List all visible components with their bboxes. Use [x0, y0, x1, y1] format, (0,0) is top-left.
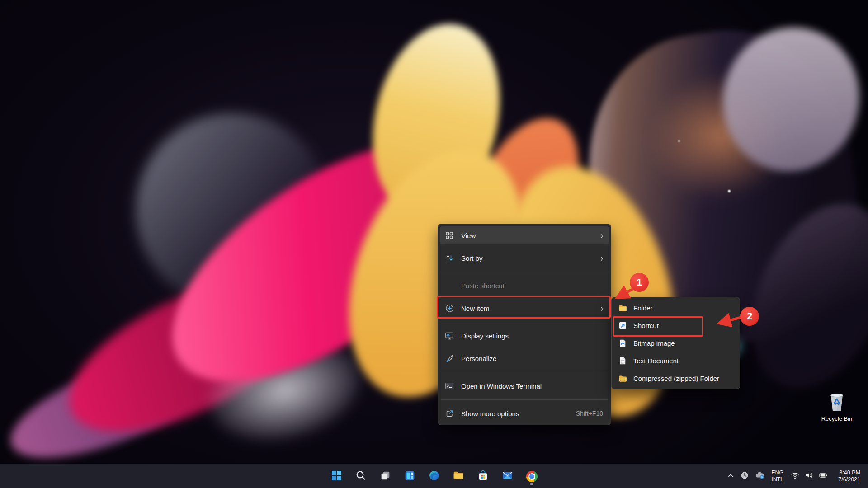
search-icon [355, 470, 366, 483]
volume-icon [805, 472, 813, 481]
widgets-icon [404, 470, 415, 483]
wallpaper-sparkle [678, 140, 680, 142]
system-indicators-button[interactable] [787, 467, 831, 485]
menu-item-new-item[interactable]: New item › [440, 299, 609, 317]
widgets-button[interactable] [401, 467, 419, 485]
recycle-bin[interactable]: Recycle Bin [816, 391, 857, 422]
menu-item-paste-shortcut: Paste shortcut [440, 277, 609, 295]
chevron-right-icon: › [600, 303, 603, 314]
language-line-2: INTL [771, 476, 783, 483]
chevron-up-icon [727, 472, 734, 481]
submenu-item-label: Bitmap image [633, 339, 733, 347]
recycle-bin-icon [827, 391, 846, 414]
tray-time: 3:40 PM [838, 469, 860, 476]
chrome-icon [526, 471, 538, 482]
file-explorer-icon [453, 469, 464, 483]
windows-start-icon [331, 470, 342, 483]
clock-tray-icon [741, 471, 749, 481]
language-line-1: ENG [771, 469, 783, 476]
language-indicator[interactable]: ENG INTL [768, 467, 787, 485]
menu-item-label: Paste shortcut [461, 282, 603, 290]
menu-item-display-settings[interactable]: Display settings [440, 327, 609, 345]
onedrive-cloud-icon [755, 471, 765, 481]
task-view-button[interactable] [376, 467, 394, 485]
menu-item-view[interactable]: View › [440, 226, 609, 244]
menu-separator [441, 399, 608, 400]
submenu-item-compressed-folder[interactable]: Compressed (zipped) Folder [613, 370, 738, 387]
menu-item-sort-by[interactable]: Sort by › [440, 249, 609, 267]
edge-button[interactable] [425, 467, 443, 485]
desktop-context-menu: View › Sort by › Paste shortcut New item… [438, 224, 611, 425]
start-button[interactable] [327, 467, 345, 485]
windows-11-desktop: { "colors": { "annotation_red": "#e6382e… [0, 0, 868, 488]
mail-button[interactable] [498, 467, 516, 485]
menu-item-label: New item [461, 305, 600, 312]
search-button[interactable] [352, 467, 370, 485]
menu-separator [441, 372, 608, 372]
submenu-item-shortcut[interactable]: Shortcut [613, 317, 738, 334]
menu-item-label: Open in Windows Terminal [461, 382, 603, 390]
taskbar-tray: ENG INTL [724, 464, 865, 488]
wallpaper-sparkle [728, 190, 731, 192]
expand-icon [445, 409, 454, 418]
menu-item-label: Sort by [461, 254, 600, 262]
chevron-right-icon: › [600, 253, 603, 263]
mail-icon [502, 470, 513, 483]
edge-icon [429, 470, 440, 483]
tray-date: 7/6/2021 [838, 476, 860, 483]
file-explorer-button[interactable] [449, 467, 467, 485]
submenu-item-folder[interactable]: Folder [613, 299, 738, 317]
menu-item-label: Display settings [461, 332, 603, 340]
menu-item-show-more-options[interactable]: Show more options Shift+F10 [440, 404, 609, 422]
task-view-icon [380, 470, 391, 483]
folder-icon [618, 304, 627, 312]
submenu-item-bitmap-image[interactable]: Bitmap image [613, 334, 738, 352]
menu-separator [441, 272, 608, 272]
menu-item-label: View [461, 232, 600, 239]
display-icon [445, 331, 454, 340]
desktop-wallpaper[interactable] [0, 0, 868, 488]
bitmap-icon [618, 339, 627, 347]
submenu-item-label: Text Document [633, 357, 733, 365]
menu-item-open-windows-terminal[interactable]: Open in Windows Terminal [440, 377, 609, 395]
wifi-icon [791, 472, 799, 481]
microsoft-store-icon [477, 470, 489, 483]
plus-circle-icon [445, 304, 454, 313]
chrome-running-indicator [530, 483, 533, 485]
hidden-icons-button[interactable] [724, 467, 737, 485]
new-item-submenu: Folder Shortcut Bitmap image [611, 297, 740, 389]
taskbar-center-icons [327, 464, 541, 488]
recycle-bin-label: Recycle Bin [821, 415, 853, 422]
onedrive-tray-button[interactable] [752, 467, 768, 485]
submenu-item-label: Folder [633, 304, 733, 312]
text-document-icon [618, 357, 627, 365]
battery-icon [819, 472, 827, 480]
terminal-icon [445, 381, 454, 390]
menu-item-label: Show more options [461, 410, 576, 418]
paintbrush-icon [445, 354, 454, 363]
menu-separator [441, 322, 608, 322]
menu-item-label: Personalize [461, 355, 603, 362]
menu-item-personalize[interactable]: Personalize [440, 349, 609, 367]
submenu-item-label: Shortcut [633, 322, 733, 329]
grid-view-icon [445, 231, 454, 240]
sort-icon [445, 253, 454, 263]
blank-icon-spacer [445, 281, 454, 290]
tray-clock-app-button[interactable] [737, 467, 752, 485]
shortcut-icon [618, 321, 627, 330]
chevron-right-icon: › [600, 230, 603, 241]
taskbar: ENG INTL [0, 464, 868, 488]
chrome-button[interactable] [523, 467, 541, 485]
submenu-item-label: Compressed (zipped) Folder [633, 375, 733, 382]
microsoft-store-button[interactable] [474, 467, 492, 485]
clock-date-button[interactable]: 3:40 PM 7/6/2021 [835, 467, 863, 485]
zipped-folder-icon [618, 374, 627, 383]
submenu-item-text-document[interactable]: Text Document [613, 352, 738, 370]
menu-item-shortcut: Shift+F10 [576, 410, 603, 417]
